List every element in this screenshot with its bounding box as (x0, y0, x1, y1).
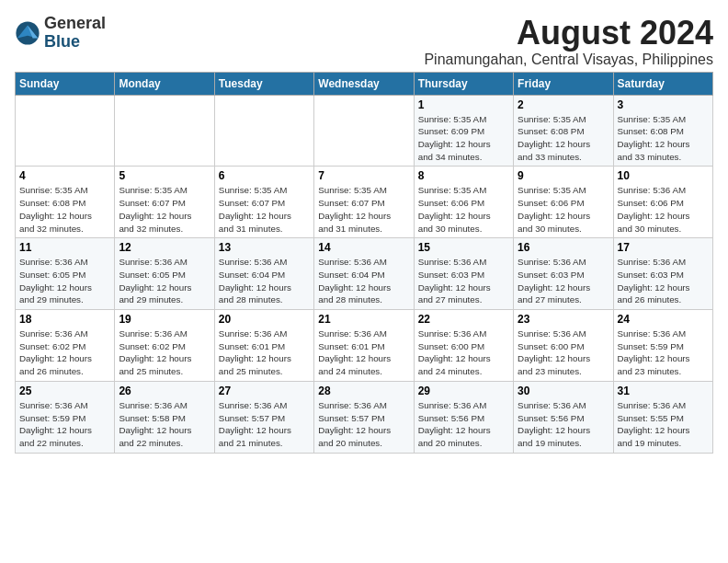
calendar-week-4: 18Sunrise: 5:36 AM Sunset: 6:02 PM Dayli… (16, 310, 713, 382)
day-number: 20 (219, 313, 310, 326)
calendar-cell: 22Sunrise: 5:36 AM Sunset: 6:00 PM Dayli… (414, 310, 513, 382)
calendar-cell: 28Sunrise: 5:36 AM Sunset: 5:57 PM Dayli… (314, 381, 414, 453)
calendar-cell: 24Sunrise: 5:36 AM Sunset: 5:59 PM Dayli… (613, 310, 712, 382)
calendar-cell (16, 95, 115, 167)
calendar-cell: 7Sunrise: 5:35 AM Sunset: 6:07 PM Daylig… (314, 167, 414, 238)
day-number: 22 (418, 313, 509, 326)
calendar-cell (115, 95, 214, 167)
calendar-cell: 9Sunrise: 5:35 AM Sunset: 6:06 PM Daylig… (514, 167, 613, 238)
day-info: Sunrise: 5:36 AM Sunset: 6:01 PM Dayligh… (219, 327, 310, 378)
column-header-saturday: Saturday (613, 72, 712, 95)
calendar-cell: 11Sunrise: 5:36 AM Sunset: 6:05 PM Dayli… (16, 238, 115, 310)
calendar-cell: 3Sunrise: 5:35 AM Sunset: 6:08 PM Daylig… (613, 95, 712, 167)
day-info: Sunrise: 5:36 AM Sunset: 6:06 PM Dayligh… (618, 184, 709, 235)
calendar-cell: 17Sunrise: 5:36 AM Sunset: 6:03 PM Dayli… (613, 238, 712, 310)
calendar-cell: 29Sunrise: 5:36 AM Sunset: 5:56 PM Dayli… (414, 381, 513, 453)
day-info: Sunrise: 5:36 AM Sunset: 6:02 PM Dayligh… (19, 327, 110, 378)
day-number: 21 (318, 313, 409, 326)
day-number: 29 (418, 385, 509, 397)
calendar-cell: 19Sunrise: 5:36 AM Sunset: 6:02 PM Dayli… (115, 310, 214, 382)
day-info: Sunrise: 5:36 AM Sunset: 6:02 PM Dayligh… (119, 327, 210, 378)
calendar-cell: 26Sunrise: 5:36 AM Sunset: 5:58 PM Dayli… (115, 381, 214, 453)
day-info: Sunrise: 5:36 AM Sunset: 5:58 PM Dayligh… (119, 399, 210, 450)
calendar-week-1: 1Sunrise: 5:35 AM Sunset: 6:09 PM Daylig… (16, 95, 713, 167)
day-info: Sunrise: 5:36 AM Sunset: 6:03 PM Dayligh… (518, 256, 609, 306)
calendar-cell: 21Sunrise: 5:36 AM Sunset: 6:01 PM Dayli… (314, 310, 414, 382)
day-info: Sunrise: 5:36 AM Sunset: 5:56 PM Dayligh… (418, 399, 509, 450)
day-number: 23 (518, 313, 609, 326)
day-info: Sunrise: 5:36 AM Sunset: 6:01 PM Dayligh… (318, 327, 409, 378)
calendar-cell: 23Sunrise: 5:36 AM Sunset: 6:00 PM Dayli… (514, 310, 613, 382)
day-number: 6 (219, 169, 310, 182)
calendar-cell: 12Sunrise: 5:36 AM Sunset: 6:05 PM Dayli… (115, 238, 214, 310)
logo-text: General Blue (44, 15, 106, 52)
calendar-week-5: 25Sunrise: 5:36 AM Sunset: 5:59 PM Dayli… (16, 381, 713, 453)
day-number: 13 (219, 241, 310, 254)
day-number: 30 (518, 385, 609, 397)
column-header-thursday: Thursday (414, 72, 513, 95)
day-number: 24 (618, 313, 709, 326)
day-number: 25 (19, 385, 110, 397)
calendar-cell: 20Sunrise: 5:36 AM Sunset: 6:01 PM Dayli… (214, 310, 313, 382)
day-info: Sunrise: 5:36 AM Sunset: 6:05 PM Dayligh… (19, 256, 110, 306)
day-number: 19 (119, 313, 210, 326)
day-number: 1 (418, 98, 509, 111)
page-title: August 2024 (424, 15, 713, 52)
day-info: Sunrise: 5:36 AM Sunset: 5:56 PM Dayligh… (518, 399, 609, 450)
day-number: 26 (119, 385, 210, 397)
page-subtitle: Pinamungahan, Central Visayas, Philippin… (424, 52, 713, 68)
day-info: Sunrise: 5:36 AM Sunset: 6:05 PM Dayligh… (119, 256, 210, 306)
calendar-cell: 1Sunrise: 5:35 AM Sunset: 6:09 PM Daylig… (414, 95, 513, 167)
calendar-cell: 4Sunrise: 5:35 AM Sunset: 6:08 PM Daylig… (16, 167, 115, 238)
day-number: 16 (518, 241, 609, 254)
calendar-week-2: 4Sunrise: 5:35 AM Sunset: 6:08 PM Daylig… (16, 167, 713, 238)
day-number: 9 (518, 169, 609, 182)
day-info: Sunrise: 5:36 AM Sunset: 5:55 PM Dayligh… (618, 399, 709, 450)
day-number: 14 (318, 241, 409, 254)
day-number: 27 (219, 385, 310, 397)
day-info: Sunrise: 5:36 AM Sunset: 5:59 PM Dayligh… (19, 399, 110, 450)
calendar-cell: 10Sunrise: 5:36 AM Sunset: 6:06 PM Dayli… (613, 167, 712, 238)
day-number: 18 (19, 313, 110, 326)
day-info: Sunrise: 5:36 AM Sunset: 6:00 PM Dayligh… (518, 327, 609, 378)
page-header: General Blue August 2024 Pinamungahan, C… (15, 15, 713, 68)
day-number: 5 (119, 169, 210, 182)
calendar-cell: 15Sunrise: 5:36 AM Sunset: 6:03 PM Dayli… (414, 238, 513, 310)
calendar-cell: 14Sunrise: 5:36 AM Sunset: 6:04 PM Dayli… (314, 238, 414, 310)
day-info: Sunrise: 5:36 AM Sunset: 6:00 PM Dayligh… (418, 327, 509, 378)
day-number: 8 (418, 169, 509, 182)
day-info: Sunrise: 5:36 AM Sunset: 5:57 PM Dayligh… (318, 399, 409, 450)
day-info: Sunrise: 5:35 AM Sunset: 6:08 PM Dayligh… (19, 184, 110, 235)
calendar-cell: 25Sunrise: 5:36 AM Sunset: 5:59 PM Dayli… (16, 381, 115, 453)
calendar-cell: 18Sunrise: 5:36 AM Sunset: 6:02 PM Dayli… (16, 310, 115, 382)
calendar-table: SundayMondayTuesdayWednesdayThursdayFrid… (15, 72, 713, 454)
column-header-tuesday: Tuesday (214, 72, 313, 95)
day-info: Sunrise: 5:35 AM Sunset: 6:07 PM Dayligh… (219, 184, 310, 235)
calendar-cell: 6Sunrise: 5:35 AM Sunset: 6:07 PM Daylig… (214, 167, 313, 238)
calendar-cell (314, 95, 414, 167)
calendar-header-row: SundayMondayTuesdayWednesdayThursdayFrid… (16, 72, 713, 95)
calendar-cell: 13Sunrise: 5:36 AM Sunset: 6:04 PM Dayli… (214, 238, 313, 310)
day-number: 4 (19, 169, 110, 182)
day-number: 28 (318, 385, 409, 397)
day-number: 11 (19, 241, 110, 254)
column-header-sunday: Sunday (16, 72, 115, 95)
column-header-friday: Friday (514, 72, 613, 95)
day-info: Sunrise: 5:35 AM Sunset: 6:08 PM Dayligh… (518, 113, 609, 164)
day-number: 7 (318, 169, 409, 182)
day-info: Sunrise: 5:35 AM Sunset: 6:06 PM Dayligh… (418, 184, 509, 235)
day-info: Sunrise: 5:36 AM Sunset: 6:03 PM Dayligh… (618, 256, 709, 306)
day-info: Sunrise: 5:35 AM Sunset: 6:07 PM Dayligh… (318, 184, 409, 235)
day-info: Sunrise: 5:36 AM Sunset: 5:59 PM Dayligh… (618, 327, 709, 378)
calendar-cell (214, 95, 313, 167)
calendar-cell: 5Sunrise: 5:35 AM Sunset: 6:07 PM Daylig… (115, 167, 214, 238)
day-number: 17 (618, 241, 709, 254)
day-info: Sunrise: 5:36 AM Sunset: 5:57 PM Dayligh… (219, 399, 310, 450)
calendar-cell: 31Sunrise: 5:36 AM Sunset: 5:55 PM Dayli… (613, 381, 712, 453)
column-header-monday: Monday (115, 72, 214, 95)
day-number: 3 (618, 98, 709, 111)
day-info: Sunrise: 5:36 AM Sunset: 6:04 PM Dayligh… (219, 256, 310, 306)
day-number: 12 (119, 241, 210, 254)
day-info: Sunrise: 5:35 AM Sunset: 6:06 PM Dayligh… (518, 184, 609, 235)
day-info: Sunrise: 5:35 AM Sunset: 6:07 PM Dayligh… (119, 184, 210, 235)
